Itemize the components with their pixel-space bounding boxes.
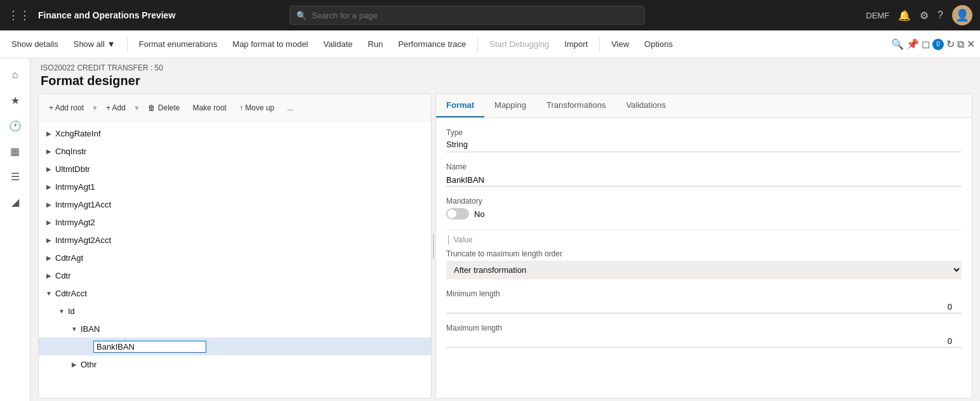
tree-chevron-icon: ▶ [69,359,79,369]
tree-item[interactable]: ▶ChqInstr [39,142,431,160]
type-group: Type String [446,128,962,152]
search-input[interactable] [312,11,638,20]
sidebar: ⌂ ★ 🕐 ▦ ☰ ◢ [0,58,30,401]
sidebar-workspace-icon[interactable]: ▦ [4,140,27,162]
format-enumerations-button[interactable]: Format enumerations [133,37,224,51]
map-format-to-model-button[interactable]: Map format to model [226,37,314,51]
notification-badge: 0 [932,39,944,50]
divider-2 [477,37,478,52]
add-button[interactable]: + Add [101,101,131,115]
secondary-toolbar: Show details Show all ▼ Format enumerati… [0,30,980,58]
validate-button[interactable]: Validate [317,37,359,51]
start-debugging-button[interactable]: Start Debugging [483,37,555,51]
avatar[interactable]: 👤 [952,5,972,25]
tree-chevron-icon: ▶ [44,146,54,156]
min-length-group: Minimum length [446,289,962,313]
max-length-input[interactable] [446,335,962,348]
performance-trace-button[interactable]: Performance trace [392,37,472,51]
gear-icon[interactable]: ⚙ [920,10,929,22]
tree-chevron-icon: ▼ [44,288,54,298]
tree-item-label: CdtrAcct [55,289,87,298]
tree-item-label: Othr [81,360,96,369]
mandatory-toggle[interactable] [446,208,469,220]
tree-item[interactable]: ▶UltmtDbtr [39,160,431,178]
tree-item-label: CdtrAgt [55,253,83,263]
sidebar-home-icon[interactable]: ⌂ [4,63,27,86]
run-button[interactable]: Run [362,37,390,51]
tab-format[interactable]: Format [436,94,484,117]
tree-item[interactable]: ▼Id [39,302,431,320]
tree-item-label: IntrmyAgt2 [55,218,95,227]
tree-item[interactable]: ▶IntrmyAgt1 [39,178,431,195]
name-field[interactable] [446,174,962,187]
props-panel: Format Mapping Transformations Validatio… [435,93,972,398]
delete-button[interactable]: 🗑 Delete [143,101,185,115]
min-length-label: Minimum length [446,289,962,298]
tree-chevron-icon: ▶ [44,217,54,227]
view-button[interactable]: View [605,37,635,51]
move-up-button[interactable]: ↑ Move up [234,101,279,115]
page-title: Format designer [41,74,970,88]
tree-item-label: IntrmyAgt1Acct [55,200,111,209]
main-layout: ⌂ ★ 🕐 ▦ ☰ ◢ ISO20022 CREDIT TRANSFER : 5… [0,58,980,401]
tab-validations[interactable]: Validations [616,94,676,117]
options-button[interactable]: Options [638,37,679,51]
tree-item[interactable]: ▶XchgRateInf [39,124,431,142]
name-label: Name [446,162,962,171]
collapse-icon[interactable]: │ [446,235,451,244]
close-icon[interactable]: ✕ [967,38,975,50]
chevron-down-small-icon: ▼ [91,104,98,112]
expand-icon[interactable]: ◻ [922,38,930,50]
tree-item[interactable]: ▶Cdtr [39,266,431,284]
props-tabs: Format Mapping Transformations Validatio… [436,94,972,118]
tree-chevron-icon: ▶ [44,164,54,174]
tree-item-label: Id [68,306,75,316]
tree-content[interactable]: ▶XchgRateInf▶ChqInstr▶UltmtDbtr▶IntrmyAg… [39,122,431,398]
mandatory-group: Mandatory No [446,197,962,220]
truncate-dropdown[interactable]: After transformation [446,261,962,279]
help-icon[interactable]: ? [937,10,943,21]
sidebar-recent-icon[interactable]: 🕐 [4,114,27,137]
trash-icon: 🗑 [148,103,156,112]
import-button[interactable]: Import [558,37,594,51]
tree-item-label: UltmtDbtr [55,164,90,174]
tree-item[interactable]: ▼IBAN [39,320,431,338]
tree-item[interactable] [39,338,431,355]
props-content: Type String Name Mandatory No [436,118,972,368]
tree-chevron-icon: ▼ [69,324,79,334]
content-area: ISO20022 CREDIT TRANSFER : 50 Format des… [30,58,980,401]
bell-icon[interactable]: 🔔 [898,10,911,22]
tree-item[interactable]: ▶IntrmyAgt1Acct [39,195,431,213]
chevron-down-icon: ▼ [107,39,116,49]
popout-icon[interactable]: ⧉ [957,39,964,50]
add-root-button[interactable]: + Add root [44,101,89,115]
tab-transformations[interactable]: Transformations [536,94,616,117]
tree-item-edit-input[interactable] [93,341,206,353]
nav-right-area: DEMF 🔔 ⚙ ? 👤 [866,5,972,25]
sidebar-favorites-icon[interactable]: ★ [4,89,27,112]
search-toolbar-icon[interactable]: 🔍 [891,38,904,50]
type-label: Type [446,128,962,137]
mandatory-toggle-area: No [446,208,962,220]
pin-icon[interactable]: 📌 [906,38,919,50]
max-length-group: Maximum length [446,324,962,348]
value-section: │ Value [446,230,962,244]
show-details-button[interactable]: Show details [5,37,65,51]
tree-chevron-icon: ▶ [44,235,54,245]
sidebar-list-icon[interactable]: ☰ [4,165,27,188]
sidebar-filter-icon[interactable]: ◢ [4,190,27,213]
tree-item[interactable]: ▶CdtrAgt [39,249,431,266]
tree-item[interactable]: ▶IntrmyAgt2Acct [39,231,431,249]
tree-item[interactable]: ▼CdtrAcct [39,284,431,302]
min-length-input[interactable] [446,301,962,313]
make-root-button[interactable]: Make root [188,101,232,115]
tab-mapping[interactable]: Mapping [484,94,536,117]
tree-item[interactable]: ▶Othr [39,355,431,373]
search-box[interactable]: 🔍 [289,6,645,25]
show-all-button[interactable]: Show all ▼ [67,37,122,51]
refresh-icon[interactable]: ↻ [946,38,955,50]
mandatory-label: Mandatory [446,197,962,206]
grid-icon[interactable]: ⋮⋮ [8,8,30,22]
more-button[interactable]: ... [282,101,298,115]
tree-item[interactable]: ▶IntrmyAgt2 [39,213,431,231]
